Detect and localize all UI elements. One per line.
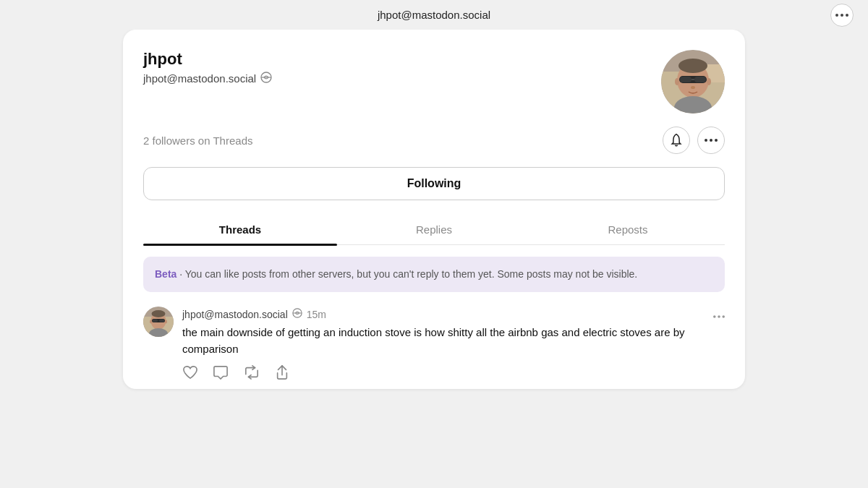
svg-point-19 (691, 86, 695, 89)
tab-reposts[interactable]: Reposts (531, 213, 725, 244)
svg-point-21 (710, 139, 712, 142)
profile-handle-row: jhpot@mastodon.social (143, 72, 272, 85)
avatar (661, 50, 725, 114)
top-bar-more-button[interactable] (830, 4, 854, 27)
more-dots-icon (705, 139, 718, 142)
content-area: Beta · You can like posts from other ser… (143, 245, 725, 389)
bell-icon (669, 133, 684, 147)
svg-point-0 (835, 14, 838, 17)
svg-point-37 (713, 315, 716, 318)
post-item: jhpot@mastodon.social 15m (143, 304, 725, 389)
avatar-image (661, 50, 725, 114)
post-handle: jhpot@mastodon.social (182, 309, 288, 320)
beta-banner: Beta · You can like posts from other ser… (143, 257, 725, 292)
repost-icon (243, 365, 260, 380)
post-body: jhpot@mastodon.social 15m (182, 307, 725, 380)
share-button[interactable] (275, 364, 289, 380)
svg-point-14 (675, 78, 679, 85)
followers-row: 2 followers on Threads (143, 127, 725, 154)
svg-point-2 (846, 14, 848, 17)
tab-replies[interactable]: Replies (337, 213, 531, 244)
profile-card: jhpot jhpot@mastodon.social (123, 30, 745, 389)
comment-button[interactable] (213, 365, 229, 380)
heart-icon (182, 365, 198, 380)
profile-header: jhpot jhpot@mastodon.social (143, 50, 725, 114)
svg-point-1 (841, 14, 843, 17)
followers-text: 2 followers on Threads (143, 134, 252, 147)
profile-action-icons (663, 127, 725, 154)
post-time: 15m (307, 309, 326, 320)
post-text: the main downside of getting an inductio… (182, 325, 725, 357)
tab-threads[interactable]: Threads (143, 213, 337, 244)
svg-point-32 (165, 320, 167, 324)
bell-button[interactable] (663, 127, 690, 154)
post-actions (182, 364, 725, 380)
post-header: jhpot@mastodon.social 15m (182, 307, 725, 322)
sync-icon (260, 72, 272, 85)
top-bar-title: jhpot@mastodon.social (378, 9, 490, 21)
post-avatar-image (143, 307, 174, 337)
beta-message: · You can like posts from other servers,… (176, 268, 637, 280)
like-button[interactable] (182, 365, 198, 380)
top-bar: jhpot@mastodon.social (0, 0, 868, 30)
svg-rect-29 (159, 320, 165, 322)
profile-name: jhpot (143, 50, 272, 69)
svg-point-39 (722, 315, 725, 318)
svg-point-38 (718, 315, 720, 318)
svg-point-30 (152, 310, 166, 317)
svg-point-22 (715, 139, 718, 142)
more-button[interactable] (697, 127, 725, 154)
svg-point-20 (705, 139, 707, 142)
share-icon (275, 364, 289, 380)
following-button[interactable]: Following (143, 167, 725, 200)
profile-handle: jhpot@mastodon.social (143, 72, 256, 85)
svg-rect-11 (680, 77, 692, 82)
svg-rect-28 (153, 320, 158, 322)
beta-label: Beta (155, 268, 176, 280)
svg-point-31 (150, 320, 152, 324)
comment-icon (213, 365, 229, 380)
repost-button[interactable] (243, 365, 260, 380)
profile-info: jhpot jhpot@mastodon.social (143, 50, 272, 85)
post-handle-row: jhpot@mastodon.social 15m (182, 308, 326, 320)
post-sync-icon (292, 308, 302, 320)
post-avatar (143, 307, 174, 337)
svg-rect-12 (694, 77, 706, 82)
svg-point-16 (678, 59, 707, 73)
svg-point-15 (707, 78, 711, 85)
more-dots-icon (835, 14, 848, 17)
beta-banner-text: Beta · You can like posts from other ser… (155, 267, 713, 282)
profile-tabs: Threads Replies Reposts (143, 213, 725, 245)
post-more-button[interactable] (713, 307, 725, 322)
